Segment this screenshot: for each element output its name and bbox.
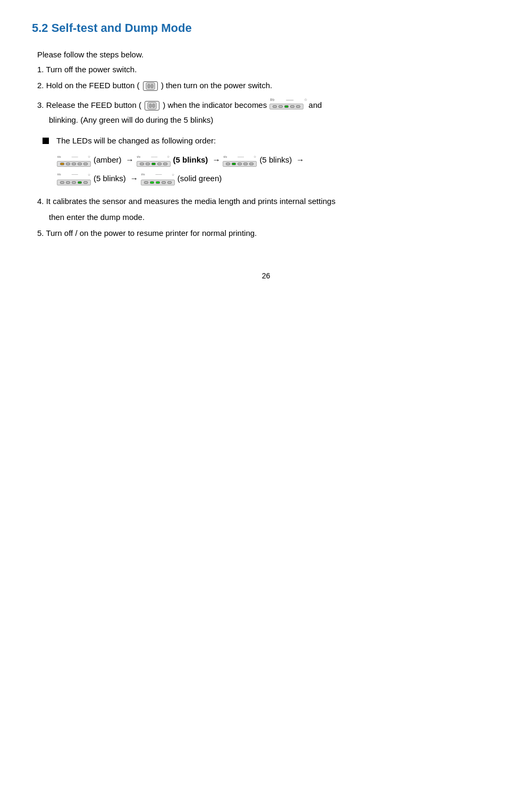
step-1: 1. Turn off the power switch. xyxy=(37,63,500,76)
led-green-blink-2: t/o —— ☆ xyxy=(223,152,257,167)
svg-rect-4 xyxy=(149,104,151,108)
blinks-2-label: (5 blinks) xyxy=(259,152,292,167)
step-5: 5. Turn off / on the power to resume pri… xyxy=(37,227,500,240)
feed-button-icon-2 xyxy=(145,101,159,111)
solid-green-label: (solid green) xyxy=(178,174,222,183)
led-row-2: t/o —— ☆ (5 blinks) → xyxy=(56,171,500,185)
blinks-3-label: (5 blinks) xyxy=(94,174,126,183)
step-2: 2. Hold on the FEED button ( ) then turn… xyxy=(37,79,500,92)
and-text: and xyxy=(309,100,322,109)
led-green-blink-3: t/o —— ☆ xyxy=(57,171,91,185)
main-content: Please follow the steps below. 1. Turn o… xyxy=(32,50,500,240)
led-row-1: t/o —— ☆ (amber) → xyxy=(56,152,500,167)
bullet-icon xyxy=(43,138,49,144)
amber-label: (amber) xyxy=(94,152,122,167)
arrow-3: → xyxy=(296,152,304,167)
step-4-continue: then enter the dump mode. xyxy=(49,211,500,224)
page-number: 26 xyxy=(32,272,500,280)
arrow-2: → xyxy=(212,152,220,167)
led-amber: t/o —— ☆ xyxy=(57,152,91,167)
step-3: 3. Release the FEED button ( ) when the … xyxy=(37,95,500,112)
svg-rect-1 xyxy=(148,84,150,88)
bullet-text: The LEDs will be changed as following or… xyxy=(56,136,216,145)
arrow-4: → xyxy=(130,174,138,183)
blinks-1-label: (5 blinks) xyxy=(173,152,208,167)
intro-text: Please follow the steps below. xyxy=(37,50,500,59)
arrow-1: → xyxy=(126,152,134,167)
bullet-header: The LEDs will be changed as following or… xyxy=(43,136,500,145)
led-solid-green: t/o —— ☆ xyxy=(141,171,175,185)
led-sequence: t/o —— ☆ (amber) → xyxy=(56,152,500,185)
led-green-blink-1: t/o —— ☆ xyxy=(137,152,171,167)
feed-button-icon xyxy=(143,81,158,91)
step-4: 4. It calibrates the sensor and measures… xyxy=(37,195,500,208)
led-sequence-section: The LEDs will be changed as following or… xyxy=(43,136,500,185)
section-title: 5.2 Self-test and Dump Mode xyxy=(32,21,500,35)
step-3-continue: blinking. (Any green will do during the … xyxy=(49,114,500,126)
step3-led-indicator: t/o —— ☆ xyxy=(269,95,303,109)
svg-rect-5 xyxy=(153,104,155,108)
svg-rect-2 xyxy=(151,84,153,88)
